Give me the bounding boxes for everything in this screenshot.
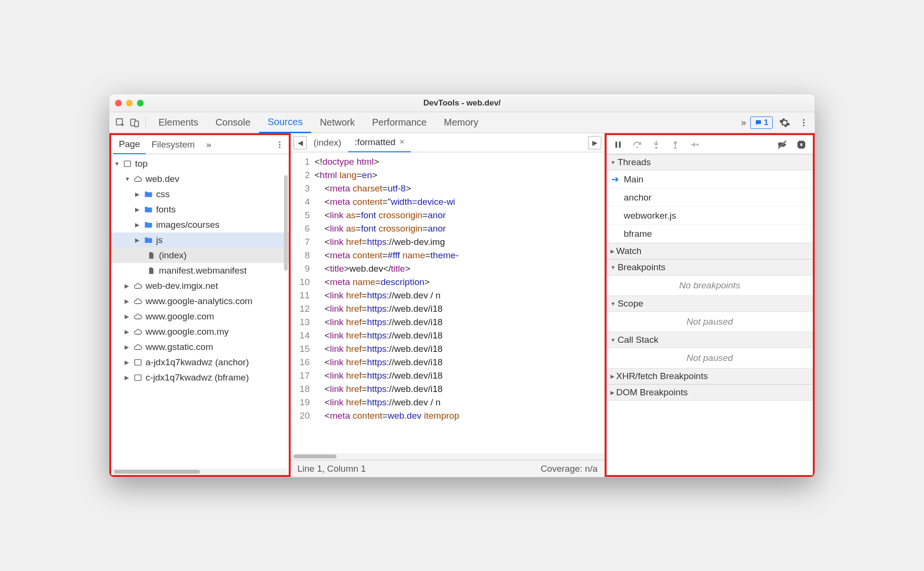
pause-on-exceptions-icon[interactable]	[795, 138, 808, 151]
pause-icon[interactable]	[611, 138, 625, 151]
tree-item[interactable]: ▶www.gstatic.com	[111, 339, 289, 355]
code-content[interactable]: <!doctype html><html lang=en> <meta char…	[315, 152, 604, 453]
nav-tab-page[interactable]: Page	[113, 135, 146, 154]
editor-tabs: ◀ (index):formatted× ▶	[291, 133, 604, 152]
close-tab-icon[interactable]: ×	[399, 137, 405, 147]
tree-item[interactable]: ▶css	[111, 187, 289, 202]
svg-rect-12	[616, 141, 618, 148]
navigator-tabs-overflow[interactable]: »	[200, 135, 217, 154]
tree-item[interactable]: ▶fonts	[111, 202, 289, 217]
tree-item-label: fonts	[156, 204, 176, 215]
panel-tab-sources[interactable]: Sources	[259, 112, 311, 133]
inspect-element-icon[interactable]	[113, 116, 127, 130]
tree-item[interactable]: ▶images/courses	[111, 217, 289, 233]
tree-item-label: www.google.com.my	[146, 327, 229, 337]
section-header[interactable]: ▼Breakpoints	[607, 259, 813, 275]
thread-item[interactable]: bframe	[607, 225, 813, 243]
svg-point-14	[636, 146, 638, 148]
section-header[interactable]: ▶DOM Breakpoints	[607, 384, 813, 401]
svg-rect-13	[619, 141, 621, 148]
navigator-panel: PageFilesystem » ▼top▼web.dev▶css▶fonts▶…	[109, 133, 291, 477]
section-header[interactable]: ▶Watch	[607, 243, 813, 259]
nav-tab-filesystem[interactable]: Filesystem	[146, 135, 200, 154]
tree-item[interactable]: ▶www.google-analytics.com	[111, 294, 289, 309]
code-editor[interactable]: 1234567891011121314151617181920 <!doctyp…	[291, 152, 604, 453]
thread-item[interactable]: webworker.js	[607, 207, 813, 225]
thread-item[interactable]: anchor	[607, 189, 813, 207]
tree-item[interactable]: ▼top	[111, 156, 289, 171]
file-icon	[146, 251, 157, 260]
tree-item[interactable]: ▶www.google.com	[111, 309, 289, 324]
svg-point-3	[803, 119, 804, 120]
file-icon	[146, 266, 157, 275]
device-toggle-icon[interactable]	[127, 116, 142, 130]
tree-item-label: web.dev	[146, 174, 179, 184]
panel-tab-console[interactable]: Console	[207, 112, 259, 133]
window-title: DevTools - web.dev/	[423, 98, 501, 108]
svg-rect-11	[135, 375, 141, 381]
tree-item[interactable]: (index)	[111, 248, 289, 263]
content-area: PageFilesystem » ▼top▼web.dev▶css▶fonts▶…	[109, 133, 815, 477]
debugger-sections: ▼Threads➔Mainanchorwebworker.jsbframe▶Wa…	[607, 154, 813, 401]
editor-panel: ◀ (index):formatted× ▶ 12345678910111213…	[291, 133, 605, 477]
devtools-window: DevTools - web.dev/ ElementsConsoleSourc…	[109, 94, 815, 477]
section-header[interactable]: ▼Scope	[607, 296, 813, 312]
coverage-status: Coverage: n/a	[541, 464, 598, 474]
panel-tab-network[interactable]: Network	[311, 112, 363, 133]
debugger-toolbar	[607, 135, 813, 154]
section-header[interactable]: ▼Call Stack	[607, 332, 813, 348]
panel-tab-memory[interactable]: Memory	[435, 112, 487, 133]
prev-file-button[interactable]: ◀	[294, 136, 307, 149]
zoom-window-button[interactable]	[137, 100, 144, 106]
separator	[146, 117, 146, 128]
folder-icon	[143, 190, 154, 199]
tree-scrollbar[interactable]	[284, 175, 288, 271]
tree-hscroll[interactable]	[111, 468, 289, 475]
main-toolbar: ElementsConsoleSourcesNetworkPerformance…	[109, 112, 815, 133]
tree-item-label: images/courses	[156, 220, 220, 230]
section-header[interactable]: ▼Threads	[607, 154, 813, 170]
editor-tab[interactable]: (index)	[307, 133, 348, 152]
tree-item[interactable]: ▶js	[111, 233, 289, 248]
tree-item-label: c-jdx1q7kwadwz (bframe)	[146, 372, 249, 383]
traffic-lights	[115, 100, 144, 106]
settings-gear-icon[interactable]	[777, 116, 792, 130]
thread-item[interactable]: ➔Main	[607, 170, 813, 189]
panel-tab-elements[interactable]: Elements	[150, 112, 207, 133]
panel-tab-performance[interactable]: Performance	[364, 112, 436, 133]
cursor-position: Line 1, Column 1	[297, 464, 366, 474]
kebab-menu-icon[interactable]	[797, 116, 811, 130]
tree-item[interactable]: ▶web-dev.imgix.net	[111, 278, 289, 294]
tree-item[interactable]: ▼web.dev	[111, 171, 289, 187]
tree-item[interactable]: ▶www.google.com.my	[111, 324, 289, 339]
step-into-icon[interactable]	[650, 138, 663, 151]
cloud-icon	[132, 312, 144, 321]
tree-item-label: js	[156, 235, 163, 245]
step-icon[interactable]	[688, 138, 701, 151]
tree-item[interactable]: ▶a-jdx1q7kwadwz (anchor)	[111, 355, 289, 370]
editor-tab[interactable]: :formatted×	[348, 133, 411, 152]
tree-item-label: web-dev.imgix.net	[146, 281, 218, 291]
svg-point-5	[803, 125, 804, 126]
svg-point-17	[696, 143, 699, 146]
deactivate-breakpoints-icon[interactable]	[776, 138, 789, 151]
next-file-button[interactable]: ▶	[588, 136, 601, 149]
navigator-kebab-icon[interactable]	[273, 137, 287, 152]
messages-badge[interactable]: 1	[750, 116, 773, 129]
frame-icon	[122, 159, 133, 169]
tabs-overflow-button[interactable]: »	[737, 112, 750, 133]
file-tree[interactable]: ▼top▼web.dev▶css▶fonts▶images/courses▶js…	[111, 154, 289, 468]
tree-item[interactable]: manifest.webmanifest	[111, 263, 289, 278]
minimize-window-button[interactable]	[126, 100, 133, 106]
step-over-icon[interactable]	[630, 138, 644, 151]
section-header[interactable]: ▶XHR/fetch Breakpoints	[607, 368, 813, 384]
step-out-icon[interactable]	[669, 138, 682, 151]
editor-hscroll[interactable]	[291, 453, 604, 460]
tree-item[interactable]: ▶c-jdx1q7kwadwz (bframe)	[111, 370, 289, 385]
tree-item-label: www.gstatic.com	[146, 342, 213, 352]
svg-point-7	[279, 144, 281, 145]
svg-rect-10	[135, 360, 141, 365]
cloud-icon	[132, 174, 144, 184]
close-window-button[interactable]	[115, 100, 122, 106]
panel-tabs: ElementsConsoleSourcesNetworkPerformance…	[150, 112, 737, 133]
